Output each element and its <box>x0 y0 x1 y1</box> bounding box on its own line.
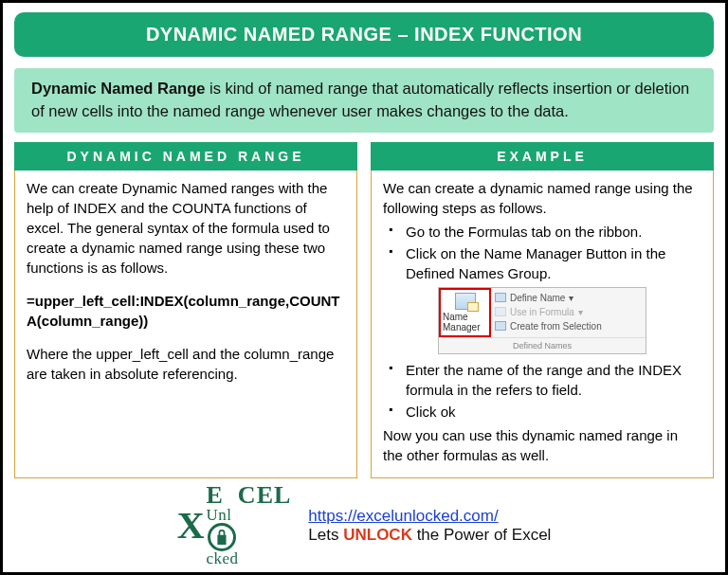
steps-list-1: Go to the Formulas tab on the ribbon. Cl… <box>383 222 701 283</box>
right-header: EXAMPLE <box>371 142 714 171</box>
name-manager-button[interactable]: Name Manager <box>439 288 491 337</box>
right-outro: Now you can use this dynamic named range… <box>383 425 701 465</box>
left-para2: Where the upper_left_cell and the column… <box>27 344 345 384</box>
lock-icon <box>208 523 236 551</box>
create-from-selection-button[interactable]: Create from Selection <box>495 319 642 333</box>
list-item: Click on the Name Manager Button in the … <box>389 243 701 283</box>
right-column: EXAMPLE We can create a dynamic named ra… <box>371 142 714 478</box>
footer-right: https://excelunlocked.com/ Lets UNLOCK t… <box>308 507 551 545</box>
ribbon-screenshot: Name Manager Define Name ▾ Use in Formul… <box>438 287 646 355</box>
name-manager-icon <box>455 293 476 310</box>
footer-tagline: Lets UNLOCK the Power of Excel <box>308 526 551 545</box>
logo-x-icon: X <box>177 503 205 548</box>
footer-link[interactable]: https://excelunlocked.com/ <box>308 507 498 525</box>
logo-bottom-text: Unlcked <box>207 508 292 566</box>
right-intro: We can create a dynamic named range usin… <box>383 178 701 218</box>
chevron-down-icon: ▾ <box>569 291 573 305</box>
intro-box: Dynamic Named Range is kind of named ran… <box>14 68 714 133</box>
logo: X E CEL Unlcked <box>177 484 292 566</box>
create-from-selection-icon <box>495 321 506 331</box>
use-in-formula-icon <box>495 307 506 316</box>
name-manager-label: Name Manager <box>443 312 487 332</box>
left-header: DYNAMIC NAMED RANGE <box>14 142 357 171</box>
left-body: We can create Dynamic Named ranges with … <box>14 171 357 478</box>
unlock-word: UNLOCK <box>343 526 412 544</box>
list-item: Go to the Formulas tab on the ribbon. <box>389 222 701 242</box>
list-item: Click ok <box>389 402 701 422</box>
columns: DYNAMIC NAMED RANGE We can create Dynami… <box>14 142 714 478</box>
ribbon-group-label: Defined Names <box>439 337 646 354</box>
left-para1: We can create Dynamic Named ranges with … <box>27 178 345 278</box>
footer: X E CEL Unlcked https://excelunlocked.co… <box>14 484 714 566</box>
define-name-icon <box>495 293 506 302</box>
chevron-down-icon: ▾ <box>578 305 583 319</box>
right-body: We can create a dynamic named range usin… <box>371 171 714 478</box>
list-item: Enter the name of the range and the INDE… <box>389 360 701 400</box>
page-title: DYNAMIC NAMED RANGE – INDEX FUNCTION <box>14 12 714 57</box>
define-name-button[interactable]: Define Name ▾ <box>495 291 642 305</box>
intro-bold: Dynamic Named Range <box>31 80 205 97</box>
left-column: DYNAMIC NAMED RANGE We can create Dynami… <box>14 142 357 478</box>
use-in-formula-button: Use in Formula ▾ <box>495 305 642 319</box>
logo-top-text: E CEL <box>207 484 292 508</box>
steps-list-2: Enter the name of the range and the INDE… <box>383 360 701 422</box>
ribbon-right-group: Define Name ▾ Use in Formula ▾ Create fr… <box>491 288 646 337</box>
formula-text: =upper_left_cell:INDEX(column_range,COUN… <box>27 291 345 331</box>
